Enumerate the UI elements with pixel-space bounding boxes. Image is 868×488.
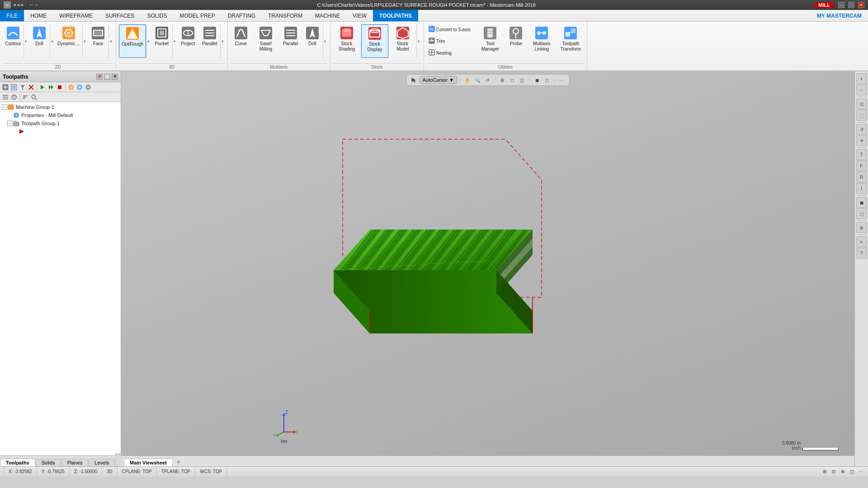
search-button[interactable] [30,93,38,101]
drill-button[interactable]: Drill [29,24,50,58]
pocket-button[interactable]: Pocket [151,24,172,58]
pan-button[interactable]: ✛ [856,135,867,146]
my-mastercam-link[interactable]: MY MASTERCAM [811,10,868,21]
parallel-button[interactable]: Parallel [199,24,220,58]
verify-button[interactable]: V [67,83,75,91]
analysis-button[interactable]: ⚙ [856,222,867,233]
tab-planes[interactable]: Planes [61,459,89,466]
optirough-button[interactable]: OptiRough [119,24,146,58]
parallel-dropdown[interactable]: ▼ [220,24,225,58]
view-front-button[interactable]: F [856,160,867,171]
select-all-button[interactable] [10,83,18,91]
vt-pan-button[interactable]: ✋ [463,75,472,84]
vt-more-button[interactable]: ⋯ [557,75,566,84]
toolpath-transform-button[interactable]: Toolpath Transform [557,24,584,58]
vt-wire-button[interactable]: ◻ [542,75,552,84]
stock-model-button[interactable]: Stock Model [389,24,416,58]
multiaxis-linking-button[interactable]: Multiaxis Linking [528,24,555,58]
expand-all-button[interactable] [1,93,9,101]
stock-model-dropdown[interactable]: ▼ [416,24,421,58]
run-button[interactable] [38,83,47,91]
panel-pin-button[interactable]: 📌 [96,74,103,80]
face-button[interactable]: Face [88,24,108,58]
tree-toolpath-item[interactable] [0,127,121,136]
menu-solids[interactable]: SOLIDS [141,10,173,21]
menu-wireframe[interactable]: WIREFRAME [53,10,99,21]
panel-close-button[interactable]: ✕ [112,74,118,80]
tab-toolpaths[interactable]: Toolpaths [0,459,35,466]
status-coord-button[interactable]: ⊕ [839,468,846,475]
menu-view[interactable]: VIEW [346,10,373,21]
zoom-window-button[interactable]: ⬚ [856,110,867,121]
tree-toolpath-group[interactable]: − Toolpath Group-1 [0,119,121,127]
new-group-button[interactable] [1,83,9,91]
simulate-button[interactable] [75,83,84,91]
properties-button[interactable] [10,93,18,101]
vt-shade-button[interactable]: ◼ [533,75,542,84]
face-dropdown[interactable]: ▼ [108,24,113,58]
pocket-dropdown[interactable]: ▼ [172,24,177,58]
zoom-in-button[interactable]: + [856,73,867,84]
rotate-view-button[interactable]: ↺ [856,124,867,135]
view-top-button[interactable]: T [856,149,867,160]
stock-display-button[interactable]: Stock Display [361,24,388,58]
sort-button[interactable] [21,93,29,101]
swarf-button[interactable]: Swarf Milling [252,24,279,58]
curve-button[interactable]: Curve [231,24,251,58]
tab-levels[interactable]: Levels [89,459,115,466]
zoom-out-button[interactable]: − [856,84,867,95]
autocursor-dropdown[interactable]: AutoCursor ▼ [420,76,458,84]
menu-model-prep[interactable]: MODEL PREP [173,10,221,21]
vp-help-button[interactable]: ? [856,248,867,258]
tool-manager-button[interactable]: Tool Manager [476,24,504,58]
shaded-button[interactable]: ◼ [856,197,867,208]
panel-float-button[interactable]: ⬜ [104,74,110,80]
project-button[interactable]: Project [178,24,198,58]
menu-toolpaths[interactable]: TOOLPATHS [373,10,418,21]
stop-button[interactable] [56,83,64,91]
vt-view2-button[interactable]: ◻ [508,75,517,84]
tree-properties[interactable]: Properties - Mill Default [0,111,121,119]
vt-view3-button[interactable]: ◫ [518,75,527,84]
backplot-button[interactable] [84,83,92,91]
window-controls[interactable]: — □ ✕ [838,2,864,8]
vptab-add[interactable]: + [173,457,184,466]
optirough-dropdown[interactable]: ▼ [146,24,151,58]
convert-5axis-button[interactable]: 5x Convert to 5-axis [427,24,472,34]
tree-machine-group[interactable]: − Machine Group-1 [0,103,121,111]
parallel2-button[interactable]: Parallel [280,24,301,58]
vt-cursor-button[interactable] [410,75,419,84]
machine-group-expand[interactable]: − [2,104,7,110]
vt-zoom-button[interactable]: 🔍 [473,75,482,84]
wireframe-button[interactable]: ◻ [856,208,867,219]
close-button[interactable]: ✕ [858,2,864,8]
drill2-dropdown[interactable]: ▼ [323,24,327,58]
contour-dropdown[interactable]: ▼ [24,24,28,58]
dynamic-button[interactable]: Dynamic ... [55,24,82,58]
trim-button[interactable]: Trim [427,36,472,46]
status-snap-button[interactable]: ⊡ [830,468,837,475]
view-right-button[interactable]: R [856,172,867,183]
vptab-main[interactable]: Main Viewsheet [124,459,173,466]
viewport[interactable]: AutoCursor ▼ | ✋ 🔍 ↺ | ⊞ ◻ ◫ | ◼ ◻ | ⋯ [121,71,854,466]
tab-solids[interactable]: Solids [36,459,61,466]
minimize-button[interactable]: — [838,2,844,8]
drill-dropdown[interactable]: ▼ [50,24,54,58]
status-display-button[interactable]: ◫ [848,468,855,475]
toolpath-group-expand[interactable]: − [7,121,13,126]
view-iso-button[interactable]: I [856,183,867,194]
filter-button[interactable] [19,83,27,91]
dynamic-dropdown[interactable]: ▼ [82,24,87,58]
fit-button[interactable]: ⊡ [856,99,867,109]
status-more-button[interactable]: ⋯ [857,468,864,475]
drill2-button[interactable]: Drill [302,24,323,58]
contour-button[interactable]: Contour [3,24,24,58]
vt-rotate-button[interactable]: ↺ [483,75,492,84]
run-all-button[interactable] [47,83,55,91]
maximize-button[interactable]: □ [848,2,854,8]
menu-file[interactable]: FILE [0,10,24,21]
probe-button[interactable]: Probe [505,24,526,58]
vt-view1-button[interactable]: ⊞ [498,75,507,84]
menu-home[interactable]: HOME [24,10,53,21]
status-grid-button[interactable]: ⊞ [821,468,828,475]
